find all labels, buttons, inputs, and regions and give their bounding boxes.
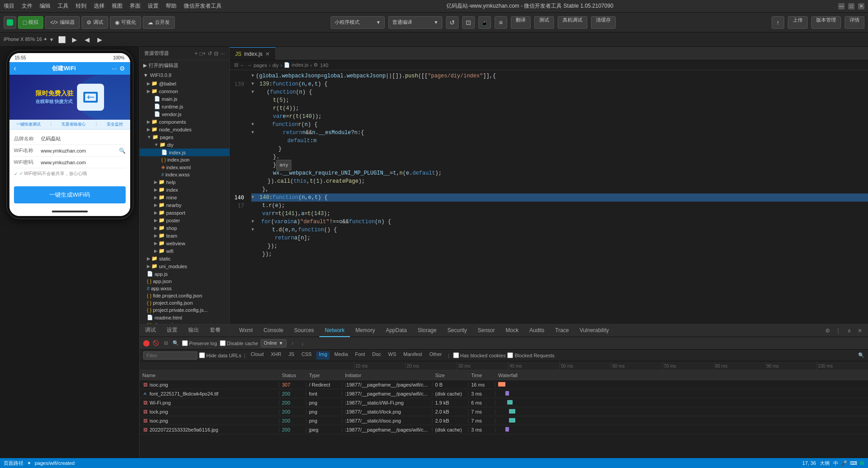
tree-file-app-js[interactable]: 📄 app.js	[140, 270, 229, 278]
visual-button[interactable]: ◉ 可视化	[110, 16, 141, 29]
forward-nav-icon[interactable]: →	[247, 63, 252, 68]
col-header-type[interactable]: Type	[306, 373, 342, 378]
devtools-tab-mock[interactable]: Mock	[500, 324, 524, 337]
tree-folder-poster[interactable]: ▶ 📁 poster	[140, 216, 229, 224]
blocked-requests-checkbox[interactable]	[507, 352, 513, 358]
phone-quick-link-1[interactable]: 一键快速测试	[16, 122, 41, 127]
upload-button[interactable]: 上传	[788, 16, 808, 29]
project-root[interactable]: ▼ WIFI3.0.8	[140, 71, 229, 80]
phone-quick-link-3[interactable]: 安全监控	[107, 122, 123, 127]
phone-button[interactable]: 📱	[478, 16, 491, 29]
fold-icon[interactable]: ▼	[251, 218, 254, 226]
tree-file-app-json[interactable]: { } app.json	[140, 278, 229, 285]
tree-folder-webview[interactable]: ▶ 📁 webview	[140, 239, 229, 247]
version-button[interactable]: 版本管理	[811, 16, 841, 29]
online-selector[interactable]: Online ▼	[261, 339, 286, 347]
menu-item-view[interactable]: 视图	[112, 2, 123, 10]
restore-button[interactable]: □	[848, 3, 854, 9]
devtools-tab-audits[interactable]: Audits	[524, 324, 550, 337]
tree-folder-passport[interactable]: ▶ 📁 passport	[140, 209, 229, 216]
tree-folder-babel[interactable]: ▶ 📁 @babel	[140, 80, 229, 87]
devtools-tab-sources[interactable]: Sources	[289, 324, 319, 337]
close-tab-icon[interactable]: ✕	[265, 51, 270, 57]
tree-folder-diy[interactable]: ▼ 📁 diy	[140, 141, 229, 148]
search-icon[interactable]: 🔍	[858, 352, 864, 358]
export-network-icon[interactable]: ↓	[299, 340, 306, 347]
collapse-all-icon[interactable]: ⊟	[214, 50, 218, 57]
filter-ws-button[interactable]: WS	[386, 351, 399, 360]
simulate-button[interactable]: 真机调试	[558, 16, 587, 29]
devtools-tab-trace[interactable]: Trace	[550, 324, 574, 337]
compiler-selector[interactable]: 普通编译 ▼	[388, 16, 442, 29]
debugger-button[interactable]: ⚙ 调试	[82, 16, 108, 29]
tree-file-main-js[interactable]: 📄 main.js	[140, 95, 229, 103]
menu-item-tools[interactable]: 工具	[58, 2, 68, 10]
upload-icon-button[interactable]: ↑	[772, 16, 784, 29]
collapse-devtools-icon[interactable]: ∧	[845, 326, 854, 335]
filter-media-button[interactable]: Media	[332, 351, 350, 360]
tree-folder-node-modules[interactable]: ▶ 📁 node_modules	[140, 126, 229, 133]
filter-doc-button[interactable]: Doc	[369, 351, 384, 360]
fold-icon[interactable]: ▼	[251, 129, 254, 137]
device-selector[interactable]: iPhone X 85% 16 ✦ ▼	[4, 36, 54, 42]
tree-folder-pages[interactable]: ▼ 📁 pages	[140, 133, 229, 141]
tree-file-index-js[interactable]: 📄 index.js	[140, 148, 229, 156]
phone-back-button[interactable]: ‹	[14, 64, 16, 72]
close-devtools-icon[interactable]: ✕	[855, 326, 864, 335]
settings-devtools-icon[interactable]: ⚙	[823, 326, 832, 335]
filter-other-button[interactable]: Other	[427, 351, 445, 360]
refresh-files-icon[interactable]: ↺	[208, 50, 212, 57]
filter-xhr-button[interactable]: XHR	[268, 351, 284, 360]
clear-cache-button[interactable]: 清缓存	[591, 16, 616, 29]
col-header-initiator[interactable]: Initiator	[342, 373, 432, 378]
fold-all-icon[interactable]: ⊟	[234, 62, 238, 68]
editor-button[interactable]: </> 编辑器	[45, 16, 79, 29]
close-button[interactable]: ✕	[858, 3, 864, 9]
devtools-tab-appdata[interactable]: AppData	[380, 324, 412, 337]
filter-css-button[interactable]: CSS	[299, 351, 314, 360]
filter-js-button[interactable]: JS	[286, 351, 297, 360]
has-blocked-checkbox[interactable]	[453, 352, 459, 358]
fold-icon[interactable]: ▼	[251, 72, 254, 80]
tree-file-vendor-js[interactable]: 📄 vendor.js	[140, 110, 229, 118]
has-blocked-label[interactable]: Has blocked cookies	[453, 352, 506, 358]
search-icon[interactable]: 🔍	[119, 148, 126, 154]
fold-icon[interactable]: ▼	[251, 88, 254, 96]
translate-button[interactable]: 翻译	[511, 16, 531, 29]
details-button[interactable]: 详情	[845, 16, 864, 29]
tree-file-fide-config[interactable]: { } fide.project.config.json	[140, 292, 229, 299]
fold-icon[interactable]: ▼	[251, 80, 254, 88]
breadcrumb-diy[interactable]: diy	[273, 63, 279, 68]
simulator-button[interactable]: □ 模拟	[18, 16, 43, 29]
filter-manifest-button[interactable]: Manifest	[401, 351, 425, 360]
new-folder-icon[interactable]: □+	[200, 50, 206, 57]
minimize-button[interactable]: —	[838, 3, 845, 9]
back-icon[interactable]: ◀	[83, 35, 92, 44]
tree-file-index-wxss[interactable]: # index.wxss	[140, 171, 229, 178]
tree-file-project-private[interactable]: { } project.private.config.js...	[140, 306, 229, 314]
tree-folder-components[interactable]: ▶ 📁 components	[140, 118, 229, 126]
blocked-requests-label[interactable]: Blocked Requests	[507, 352, 554, 358]
menu-item-interface[interactable]: 界面	[130, 2, 141, 10]
tree-folder-uni-modules[interactable]: ▶ 📁 uni_modules	[140, 262, 229, 270]
refresh-button[interactable]: ↺	[446, 16, 459, 29]
filter-cloud-button[interactable]: Cloud	[248, 351, 267, 360]
tree-folder-nearby[interactable]: ▶ 📁 nearby	[140, 201, 229, 209]
devtools-tab-network[interactable]: Network	[319, 324, 350, 337]
col-header-time[interactable]: Time	[468, 373, 495, 378]
filter-img-button[interactable]: Img	[316, 351, 330, 360]
devtools-tab-storage[interactable]: Storage	[412, 324, 442, 337]
tree-file-index-wxml[interactable]: ◈ index.wxml	[140, 163, 229, 171]
cloud-button[interactable]: ☁ 云开发	[143, 16, 175, 29]
table-row[interactable]: 🖼 20220722153332be9a6116.jpg 200 jpeg :1…	[230, 425, 868, 434]
mode-selector[interactable]: 小程序模式 ▼	[331, 16, 385, 29]
qr-button[interactable]: ⊡	[462, 16, 475, 29]
forward-icon[interactable]: ▶	[95, 35, 105, 44]
menu-item-settings[interactable]: 设置	[148, 2, 159, 10]
new-file-icon[interactable]: +	[195, 50, 198, 57]
open-editors-section[interactable]: ▶ 打开的编辑器	[140, 60, 229, 71]
tablet-icon[interactable]: ⬜	[58, 35, 67, 44]
fold-icon[interactable]: ▼	[251, 226, 254, 234]
disable-cache-checkbox-label[interactable]: Disable cache	[230, 340, 258, 346]
phone-settings-icon[interactable]: ⚙	[119, 65, 125, 72]
